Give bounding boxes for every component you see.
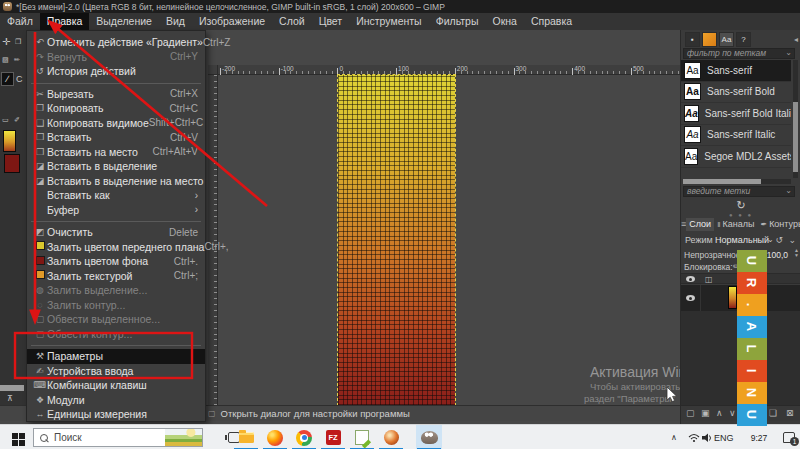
dock-tab-arrow-icon[interactable]: ◂ — [794, 35, 798, 44]
edit-menu-item[interactable]: ⚒Параметры — [27, 349, 205, 364]
edit-menu-item[interactable]: ◌Залить контур... — [27, 298, 205, 313]
font-filter-field[interactable]: фильтр по меткам ⌄ — [683, 48, 795, 59]
edit-menu-item[interactable]: ◪Вставить в выделение — [27, 159, 205, 174]
selection-tool-icon[interactable]: ❐ — [15, 38, 21, 46]
brushes-tab-icon[interactable]: ▪ — [685, 32, 700, 47]
tab-контуры[interactable]: ✒Контуры — [757, 218, 800, 231]
taskbar-app-gimp-icon[interactable] — [416, 425, 442, 449]
tab-слои[interactable]: Слои — [686, 218, 714, 231]
taskbar-search[interactable]: Поиск — [33, 428, 203, 447]
fonts-tab-icon[interactable]: Aa — [719, 32, 734, 47]
language-indicator[interactable]: ENG — [714, 425, 734, 449]
volume-icon[interactable] — [702, 433, 713, 449]
menubar-item-инструменты[interactable]: Инструменты — [349, 13, 428, 30]
toolbox-scrollbar[interactable] — [0, 385, 24, 391]
taskbar-app-chrome-icon[interactable] — [291, 425, 317, 449]
taskbar-app-notepad-icon[interactable] — [349, 425, 375, 449]
duplicate-layer-icon[interactable]: ❏ — [769, 408, 777, 418]
fill-tool-icon[interactable]: ▨ — [2, 56, 9, 64]
font-list-item[interactable]: AaSegoe MDL2 Assets — [681, 146, 791, 168]
mode-value[interactable]: Нормальный — [715, 235, 769, 245]
menubar-item-справка[interactable]: Справка — [524, 13, 579, 30]
edit-menu-item[interactable]: Вставить как› — [27, 188, 205, 203]
menubar-item-изображение[interactable]: Изображение — [192, 13, 272, 30]
foreground-color-swatch[interactable] — [3, 130, 16, 152]
refresh-fonts-button[interactable]: ↻ — [681, 199, 800, 212]
new-layer-icon[interactable]: ▢ — [686, 408, 695, 418]
edit-menu-item[interactable]: ⌨Комбинации клавиш — [27, 378, 205, 393]
edit-menu-item[interactable]: ▢Обвести контур... — [27, 327, 205, 342]
menubar-item-вид[interactable]: Вид — [159, 13, 192, 30]
rect-select-tool-icon[interactable]: ▭ — [2, 116, 9, 124]
edit-menu-item[interactable]: ◪Вставить в выделение на место — [27, 174, 205, 189]
edit-menu-item[interactable]: ❐КопироватьCtrl+C — [27, 101, 205, 116]
font-list-vscrollbar[interactable] — [793, 60, 798, 178]
edit-menu-item[interactable]: ❑Копировать видимоеShift+Ctrl+C — [27, 116, 205, 131]
edit-menu-item[interactable]: ↶Отменить действие «Градиент»Ctrl+Z — [27, 35, 205, 50]
ink-tool-icon[interactable]: ✐ — [14, 116, 20, 124]
tab-каналы[interactable]: ‖Каналы — [714, 218, 757, 231]
font-list-item[interactable]: AaSans-serif Bold — [681, 82, 791, 104]
move-tool-icon[interactable]: ✛ — [2, 36, 10, 47]
edit-menu-item[interactable]: ◩ОчиститьDelete — [27, 225, 205, 240]
chevron-down-icon[interactable]: ⌄ — [767, 235, 774, 244]
edit-menu-item[interactable]: Залить цветом переднего планаCtrl+, — [27, 240, 205, 255]
chevron-down-icon[interactable]: ⌄ — [785, 186, 792, 195]
spinner-icons[interactable]: ▲▼ — [794, 248, 799, 258]
help-tab-icon[interactable]: ? — [736, 32, 751, 47]
edit-menu-item[interactable]: ❒ВставитьCtrl+V — [27, 130, 205, 145]
pencil-tool-selected-icon[interactable]: ∕ — [1, 72, 14, 86]
font-list-item[interactable]: AaSans-serif Bold Italic — [681, 103, 791, 125]
edit-menu-item[interactable]: Буфер› — [27, 203, 205, 218]
edit-menu-item[interactable]: ❒Вставить на местоCtrl+Alt+V — [27, 145, 205, 160]
mode-options-icon[interactable]: ⌄ — [788, 235, 796, 245]
menubar-item-фильтры[interactable]: Фильтры — [429, 13, 486, 30]
font-tags-field[interactable]: введите метки ⌄ — [683, 186, 795, 197]
edit-menu-item[interactable]: ↔Единицы измерения — [27, 407, 205, 422]
taskbar-app-compass-browser-icon[interactable] — [378, 425, 404, 449]
edit-menu-item[interactable]: ↷ВернутьCtrl+Y — [27, 50, 205, 65]
edit-menu-item[interactable]: ✂ВырезатьCtrl+X — [27, 87, 205, 102]
font-list-hscrollbar[interactable] — [683, 179, 791, 184]
chevron-down-icon[interactable]: ⌄ — [785, 48, 792, 57]
menubar-item-выделение[interactable]: Выделение — [89, 13, 159, 30]
history-icon: ↺ — [33, 66, 47, 76]
edit-menu-item[interactable]: ▢Обвести выделенное... — [27, 312, 205, 327]
weather-thumbnail-icon[interactable] — [165, 429, 202, 446]
menubar-item-окна[interactable]: Окна — [485, 13, 523, 30]
canvas-image-gradient[interactable] — [338, 75, 455, 405]
menubar-item-правка[interactable]: Правка — [40, 13, 89, 30]
font-list-item[interactable]: AaSans-serif Italic — [681, 125, 791, 147]
patterns-tab-icon[interactable] — [702, 32, 717, 47]
edit-menu-item[interactable]: Залить текстуройCtrl+; — [27, 269, 205, 284]
raise-layer-icon[interactable]: ∧ — [716, 408, 723, 418]
edit-menu-item[interactable]: ◍Залить выделение... — [27, 283, 205, 298]
notification-center-icon[interactable]: 1 — [783, 425, 795, 449]
menubar-item-цвет[interactable]: Цвет — [312, 13, 350, 30]
visibility-eye-icon[interactable] — [686, 276, 695, 282]
opacity-value[interactable]: 100,0 — [767, 250, 788, 260]
edit-menu-item[interactable]: Залить цветом фонаCtrl+. — [27, 254, 205, 269]
font-list-item[interactable]: AaSans-serif — [681, 60, 791, 82]
wifi-icon[interactable] — [688, 433, 700, 449]
new-group-icon[interactable]: ▣ — [701, 408, 710, 418]
background-color-swatch[interactable] — [4, 154, 20, 173]
panel-grip[interactable]: ● ● ● — [681, 213, 800, 217]
lower-layer-icon[interactable]: ∨ — [729, 408, 736, 418]
edit-menu-item[interactable]: ↺История действий — [27, 64, 205, 79]
menubar-item-слой[interactable]: Слой — [272, 13, 312, 30]
tray-chevron-up-icon[interactable]: ∧ — [671, 425, 677, 449]
taskbar-app-file-explorer-icon[interactable] — [233, 425, 259, 449]
delete-layer-icon[interactable]: ⊠ — [786, 408, 794, 418]
dock-collapse-icon[interactable]: ⊼ — [7, 394, 13, 403]
menubar-item-файл[interactable]: Файл — [0, 13, 40, 30]
taskbar-app-firefox-icon[interactable] — [262, 425, 288, 449]
visibility-eye-icon[interactable] — [686, 295, 695, 301]
mode-reset-icon[interactable]: ↺ — [775, 235, 783, 245]
taskbar-app-filezilla-icon[interactable]: FZ — [320, 425, 346, 449]
taskbar-clock[interactable]: 9:27 04.11.2024 — [737, 427, 781, 449]
edit-menu-item[interactable]: ✍Устройства ввода — [27, 364, 205, 379]
edit-menu-item[interactable]: ❖Модули — [27, 393, 205, 408]
brush-tool-icon[interactable]: ✏ — [14, 56, 20, 64]
start-button-icon[interactable] — [12, 433, 18, 439]
